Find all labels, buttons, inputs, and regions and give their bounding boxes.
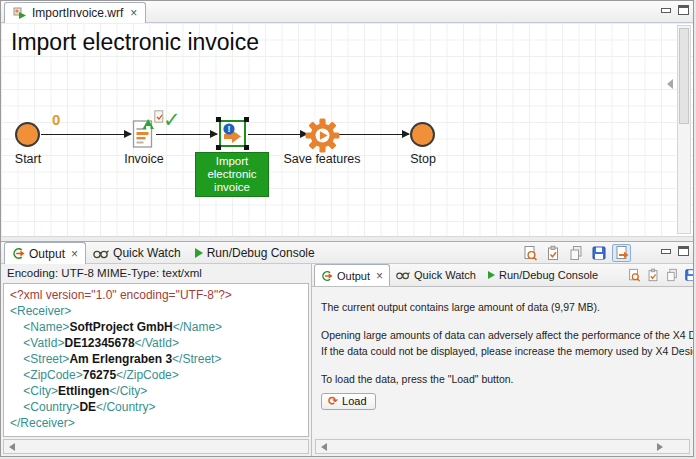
load-button[interactable]: ⟳ Load	[321, 393, 376, 410]
xml-line: <Country>DE</Country>	[10, 399, 302, 415]
tab-run-debug-console[interactable]: Run/Debug Console	[188, 242, 322, 264]
tab-output[interactable]: Output ×	[4, 242, 86, 264]
node-invoice-label: Invoice	[124, 152, 164, 166]
xml-view[interactable]: <?xml version="1.0" encoding="UTF-8"?><R…	[3, 283, 309, 437]
selection-handle[interactable]	[216, 117, 221, 122]
tab-quick-watch[interactable]: Quick Watch	[390, 264, 482, 286]
xml-line: <ZipCode>76275</ZipCode>	[10, 367, 302, 383]
message-line: To load the data, press the "Load" butto…	[321, 372, 693, 387]
workflow-title: Import electronic invoice	[11, 29, 259, 56]
find-in-document-icon[interactable]	[520, 244, 539, 262]
scroll-left-icon[interactable]	[321, 443, 327, 451]
save-icon[interactable]	[589, 244, 608, 262]
workflow-canvas[interactable]: Import electronic invoice 0 Start ✓ Invo…	[1, 23, 693, 236]
scroll-left-icon[interactable]	[9, 443, 15, 451]
xml-line: <Receiver>	[10, 303, 302, 319]
selection-handle[interactable]	[216, 145, 221, 150]
run-icon	[488, 271, 495, 279]
edge-save-stop	[339, 134, 409, 135]
tab-output[interactable]: Output ×	[314, 264, 390, 286]
workflow-file-icon	[13, 6, 27, 20]
close-icon[interactable]: ×	[130, 6, 137, 20]
xml-line: </Receiver>	[10, 415, 302, 431]
scroll-right-icon[interactable]	[657, 443, 663, 451]
preview-toolbar	[626, 267, 693, 283]
edge-import-save	[248, 134, 307, 135]
find-in-document-icon[interactable]	[626, 267, 642, 283]
node-invoice[interactable]	[132, 118, 156, 150]
close-icon[interactable]: ×	[71, 247, 78, 261]
save-icon[interactable]	[683, 267, 693, 283]
node-save-features[interactable]	[304, 117, 341, 154]
run-icon	[195, 248, 203, 258]
glasses-icon	[396, 270, 410, 280]
tab-label: ImportInvoice.wrf	[32, 6, 123, 20]
node-stop[interactable]	[410, 122, 435, 147]
output-panel-tabbar: Output × Quick Watch Run/Debug Console	[1, 241, 693, 264]
clipboard-check-icon[interactable]	[645, 267, 661, 283]
encoding-info: Encoding: UTF-8 MIME-Type: text/xml	[1, 264, 311, 283]
edge-start-invoice	[41, 134, 131, 135]
preview-horizontal-scrollbar[interactable]	[315, 439, 690, 454]
xml-line: <?xml version="1.0" encoding="UTF-8"?>	[10, 287, 302, 303]
node-import-label: Import electronic invoice	[195, 152, 269, 197]
refresh-icon: ⟳	[328, 395, 338, 407]
xml-line: <Street>Am Erlengraben 3</Street>	[10, 351, 302, 367]
close-icon[interactable]: ×	[376, 269, 383, 283]
xml-line: <Name>SoftProject GmbH</Name>	[10, 319, 302, 335]
xml-horizontal-scrollbar[interactable]	[3, 439, 309, 454]
glasses-icon	[93, 248, 109, 259]
tab-quick-watch[interactable]: Quick Watch	[86, 242, 188, 264]
output-view: Encoding: UTF-8 MIME-Type: text/xml <?xm…	[1, 264, 311, 456]
large-output-message: The current output contains large amount…	[312, 287, 693, 437]
export-document-icon[interactable]	[612, 244, 631, 262]
node-save-features-label: Save features	[283, 152, 360, 166]
maximize-panel-icon[interactable]	[678, 5, 689, 15]
output-panel-body: Encoding: UTF-8 MIME-Type: text/xml <?xm…	[1, 264, 693, 456]
import-icon: !	[221, 122, 244, 145]
node-stop-label: Stop	[410, 152, 436, 166]
node-import-electronic-invoice[interactable]: !	[219, 120, 246, 147]
x4-designer-window: ImportInvoice.wrf × Import electronic in…	[0, 0, 694, 457]
canvas-vertical-scrollbar[interactable]	[677, 25, 691, 234]
copy-icon[interactable]	[566, 244, 585, 262]
clipboard-check-icon[interactable]	[543, 244, 562, 262]
minimize-panel-icon[interactable]	[661, 8, 671, 13]
editor-tabbar: ImportInvoice.wrf ×	[1, 1, 693, 23]
validation-check-icon: ✓	[163, 108, 181, 132]
selection-handle[interactable]	[244, 117, 249, 122]
output-preview-pane: Output × Quick Watch Run/Debug Console	[311, 264, 693, 456]
preview-tabbar: Output × Quick Watch Run/Debug Console	[312, 264, 693, 287]
minimize-panel-icon[interactable]	[661, 249, 671, 254]
tab-importinvoice-wrf[interactable]: ImportInvoice.wrf ×	[4, 2, 146, 23]
message-line: If the data could not be displayed, plea…	[321, 344, 693, 359]
xml-line: <City>Ettlingen</City>	[10, 383, 302, 399]
svg-text:!: !	[228, 124, 231, 134]
edge-count-label: 0	[52, 111, 60, 128]
node-start[interactable]	[15, 122, 40, 147]
selection-handle[interactable]	[244, 145, 249, 150]
tab-run-debug-console[interactable]: Run/Debug Console	[482, 264, 604, 286]
output-icon	[12, 247, 25, 260]
collapse-left-icon[interactable]	[667, 79, 673, 89]
output-toolbar	[520, 244, 631, 262]
xml-line: <VatId>DE12345678</VatId>	[10, 335, 302, 351]
message-line: The current output contains large amount…	[321, 300, 693, 315]
output-icon	[321, 270, 333, 282]
node-start-label: Start	[15, 152, 41, 166]
maximize-panel-icon[interactable]	[678, 246, 689, 256]
copy-icon[interactable]	[664, 267, 680, 283]
message-line: Opening large amounts of data can advers…	[321, 328, 693, 343]
edge-invoice-import	[156, 134, 217, 135]
